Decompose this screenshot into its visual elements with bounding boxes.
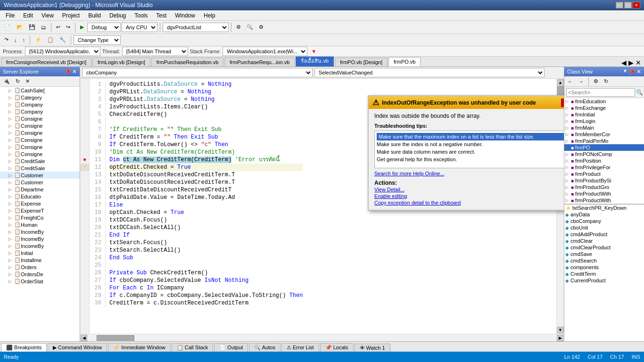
cv-item-frmproductwith1[interactable]: ▷■ frmProductWith [564, 190, 644, 197]
toolbar-misc2[interactable]: 📋 [45, 35, 56, 44]
se-add-connection[interactable]: 🔌 [1, 77, 12, 86]
toolbar-save[interactable]: 💾 [26, 23, 38, 32]
btab-autos[interactable]: 🔍 Autos [249, 343, 281, 352]
tree-item-consigne5[interactable]: ▷📋Consigne [0, 143, 80, 150]
error-tip-4[interactable]: Get general help for this exception. [377, 156, 564, 163]
tree-item-company2[interactable]: ▷📋Company [0, 108, 80, 115]
tree-item-consigne1[interactable]: ▷📋Consigne [0, 115, 80, 122]
cv-item-frmpo[interactable]: ▷■ frmPO [564, 144, 644, 151]
error-search-online[interactable]: Search for more Help Online... [374, 170, 564, 177]
tree-item-expenset[interactable]: ▷📋ExpenseT [0, 207, 80, 214]
toolbar-new[interactable]: 📄 [2, 23, 13, 32]
cv-item-frmproductbysi[interactable]: ▷■ frmProductBySi [564, 177, 644, 184]
tree-item-initial[interactable]: ▷📋Initial [0, 249, 80, 256]
btab-callstack[interactable]: 📋 Call Stack [172, 343, 214, 352]
cv-bottom-item-anydata[interactable]: ◆ anyData [564, 211, 644, 218]
btab-errorlist[interactable]: ⚠ Error List [281, 343, 319, 352]
menu-view[interactable]: View [38, 11, 58, 20]
cv-search-button[interactable]: 🔍 [636, 89, 643, 96]
cv-item-frmexchange[interactable]: ▷■ frmExchange [564, 105, 644, 111]
cpu-dropdown[interactable]: Any CPU x86 x64 [122, 23, 157, 32]
menu-tools[interactable]: Tools [131, 11, 151, 20]
tree-item-installme[interactable]: ▷📋Installme [0, 256, 80, 263]
cv-item-frmproductgro[interactable]: ▷■ frmProductGro [564, 184, 644, 190]
toolbar-step-over[interactable]: ↷ [2, 35, 11, 44]
cv-item-frmponotcomp[interactable]: ▷■ frmPONotComp [564, 151, 644, 157]
scroll-up[interactable]: ▲ [557, 79, 564, 86]
cv-settings[interactable]: ⚙ [591, 77, 601, 86]
cv-item-frminitial[interactable]: ▷■ frmInitial [564, 111, 644, 118]
se-refresh[interactable]: ↻ [13, 77, 22, 86]
cv-back[interactable]: ← [565, 77, 575, 86]
scroll-right[interactable]: ▶ [557, 335, 563, 341]
cv-item-frmmain[interactable]: ▷■ frmMain [564, 124, 644, 131]
cv-bottom-item-cbounit[interactable]: ◆ cboUnit [564, 224, 644, 231]
debug-mode-dropdown[interactable]: Debug Release [87, 23, 121, 32]
tab-frmLogin[interactable]: frmLogin.vb [Design] [92, 58, 150, 66]
cv-item-frmprivilege[interactable]: ▷■ frmPrivilegeFor [564, 164, 644, 171]
toolbar-build[interactable]: ⚙ [234, 23, 243, 32]
tab-scroll-right[interactable]: ▶ [628, 59, 634, 66]
cv-refresh[interactable]: ↻ [602, 77, 611, 86]
maximize-button[interactable]: □ [624, 2, 632, 8]
change-type-dropdown[interactable]: Change Type [74, 35, 121, 45]
menu-window[interactable]: Window [171, 11, 199, 20]
menu-project[interactable]: Project [58, 11, 83, 20]
cv-bottom-item-cmdclear[interactable]: ◆ cmdClear [564, 238, 644, 244]
toolbar-undo[interactable]: ↩ [54, 23, 63, 32]
cv-bottom-item-cmdaddproduct[interactable]: ◆ cmdAddProduct [564, 231, 644, 238]
tree-item-departme[interactable]: ▷📋Departme [0, 186, 80, 193]
toolbar-find[interactable]: 🔍 [244, 23, 256, 32]
menu-help[interactable]: Help [200, 11, 219, 20]
tab-frmPO[interactable]: frmPO.vb [388, 57, 421, 66]
toolbar-step-into[interactable]: ↓ [12, 36, 19, 44]
tree-item-customer1[interactable]: ▷📋Customer [0, 172, 80, 179]
toolbar-misc1[interactable]: ⚡ [33, 35, 44, 44]
close-button[interactable]: ✕ [633, 2, 640, 8]
cv-forward[interactable]: → [576, 77, 586, 86]
tree-item-incomeby2[interactable]: ▷📋IncomeBy [0, 235, 80, 242]
se-delete[interactable]: ✕ [23, 77, 32, 86]
cv-bottom-item-cmdclearproduct[interactable]: ◆ cmdClearProduct [564, 244, 644, 251]
toolbar-open[interactable]: 📂 [14, 23, 25, 32]
tree-item-expense[interactable]: ▷📋Expense [0, 200, 80, 207]
menu-test[interactable]: Test [152, 11, 170, 20]
tree-item-creditsale2[interactable]: ▷📋CreditSale [0, 165, 80, 172]
error-tip-2[interactable]: Make sure the index is not a negative nu… [377, 140, 564, 148]
error-tips-box[interactable]: Make sure that the maximum index on a li… [374, 131, 564, 168]
btab-breakpoints[interactable]: ⬛ Breakpoints [1, 343, 47, 352]
cv-item-frmpaidperMo[interactable]: ▷■ frmPaidPerMo [564, 138, 644, 144]
hscroll-thumb[interactable] [97, 335, 134, 341]
cv-item-frmeducation[interactable]: ▷■ frmEducation [564, 98, 644, 105]
tree-item-incomeby1[interactable]: ▷📋IncomeBy [0, 228, 80, 235]
cv-item-frmmembercor[interactable]: ▷■ frmMemberCor [564, 131, 644, 138]
error-action-detail[interactable]: View Detail... [374, 186, 564, 193]
btab-output[interactable]: 📄 Output [214, 343, 248, 352]
cv-item-frmposition[interactable]: ▷■ frmPosition [564, 157, 644, 164]
tab-frmPurchaseRequion[interactable]: frmPurchaseRequ...ion.vb [224, 58, 295, 66]
toolbar-misc3[interactable]: 🔧 [57, 35, 68, 44]
se-close-button[interactable]: ✕ [72, 68, 77, 75]
toolbar-step-out[interactable]: ↑ [20, 36, 28, 44]
cv-item-frmproductwith2[interactable]: ▷■ frmProductWith [564, 197, 644, 204]
process-dropdown[interactable]: [5612] WindowsApplicatio... [25, 47, 100, 56]
cv-bottom-item-txtsearchpr[interactable]: ⚡ txtSearchPR_KeyDown [564, 205, 644, 211]
tab-frmPODesign[interactable]: frmPO.vb [Design] [335, 58, 388, 66]
tree-item-freightco[interactable]: ▷📋FreightCo [0, 214, 80, 221]
error-tip-1[interactable]: Make sure that the maximum index on a li… [377, 133, 564, 140]
btab-command[interactable]: ▶ Command Window [48, 343, 107, 352]
tab-frmConsignorReceived[interactable]: frmConsignorReceived.vb [Design] [1, 58, 91, 66]
toolbar-saveall[interactable]: 🗂 [39, 23, 49, 32]
tree-item-ordersde[interactable]: ▷📋OrdersDe [0, 271, 80, 278]
error-action-copy[interactable]: Copy exception detail to the clipboard [374, 199, 564, 206]
cv-bottom-item-cbocompany[interactable]: ◆ cboCompany [564, 218, 644, 224]
cv-pin-button[interactable]: 📌 [628, 68, 636, 75]
editor-hscrollbar[interactable]: ◀ ▶ [80, 334, 564, 341]
tab-close[interactable]: ✕ [636, 59, 641, 66]
tree-item-incomeby3[interactable]: ▷📋IncomeBy [0, 242, 80, 249]
tree-item-orderstat[interactable]: ▷📋OrderStat [0, 278, 80, 285]
tree-item-category[interactable]: ▷📋Category [0, 94, 80, 101]
scroll-left[interactable]: ◀ [81, 335, 87, 341]
tree-item-creditsale1[interactable]: ▷📋CreditSale [0, 157, 80, 165]
tab-frmPurchaseRequisition[interactable]: frmPurchaseRequisition.vb [151, 58, 223, 66]
